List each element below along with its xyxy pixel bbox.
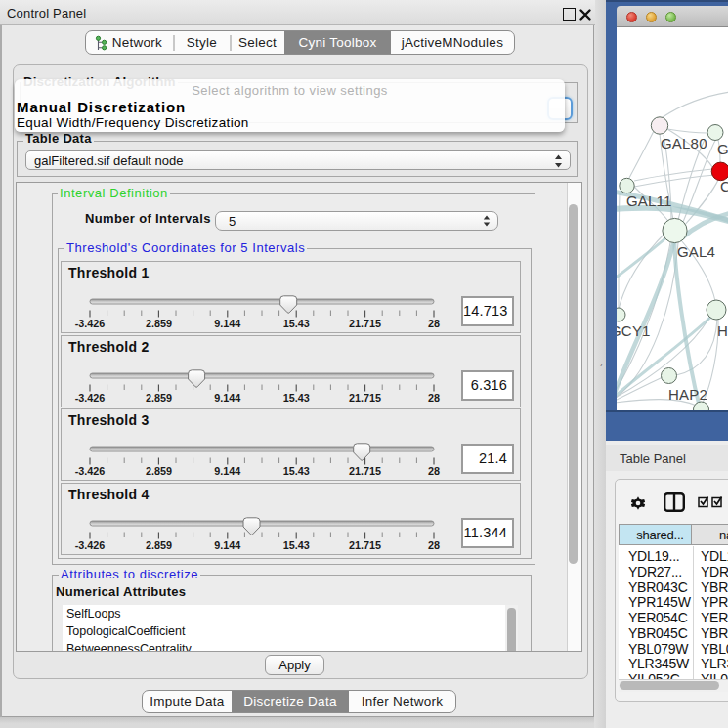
svg-text:2.859: 2.859: [146, 318, 172, 329]
svg-text:GAL7: GAL7: [717, 141, 728, 157]
svg-text:-3.426: -3.426: [75, 392, 106, 404]
svg-text:9.144: 9.144: [214, 318, 240, 329]
svg-text:21.715: 21.715: [349, 318, 381, 329]
svg-text:28: 28: [428, 465, 440, 477]
svg-text:21.715: 21.715: [349, 539, 381, 551]
svg-text:GAL4: GAL4: [677, 243, 715, 260]
svg-text:15.43: 15.43: [283, 465, 310, 477]
svg-text:28: 28: [428, 392, 440, 404]
svg-text:28: 28: [428, 539, 440, 551]
svg-text:2.859: 2.859: [146, 539, 172, 551]
svg-text:21.715: 21.715: [349, 392, 381, 404]
svg-text:-3.426: -3.426: [75, 318, 106, 329]
svg-text:9.144: 9.144: [214, 465, 240, 477]
svg-text:CYC8: CYC8: [720, 178, 728, 194]
svg-text:15.43: 15.43: [283, 539, 310, 551]
svg-text:GAL11: GAL11: [626, 193, 672, 209]
svg-text:21.715: 21.715: [349, 465, 381, 477]
svg-text:15.43: 15.43: [283, 318, 310, 329]
svg-text:-3.426: -3.426: [75, 465, 106, 477]
svg-text:GCY1: GCY1: [617, 322, 651, 339]
svg-text:-3.426: -3.426: [75, 539, 106, 551]
svg-text:HIS4: HIS4: [717, 322, 728, 339]
svg-text:2.859: 2.859: [146, 392, 172, 404]
svg-text:2.859: 2.859: [146, 465, 172, 477]
svg-text:15.43: 15.43: [283, 392, 310, 404]
svg-text:HAP2: HAP2: [668, 386, 707, 403]
svg-text:9.144: 9.144: [214, 392, 240, 404]
svg-text:28: 28: [428, 318, 440, 329]
svg-text:9.144: 9.144: [214, 539, 240, 551]
svg-text:GAL80: GAL80: [661, 135, 707, 151]
